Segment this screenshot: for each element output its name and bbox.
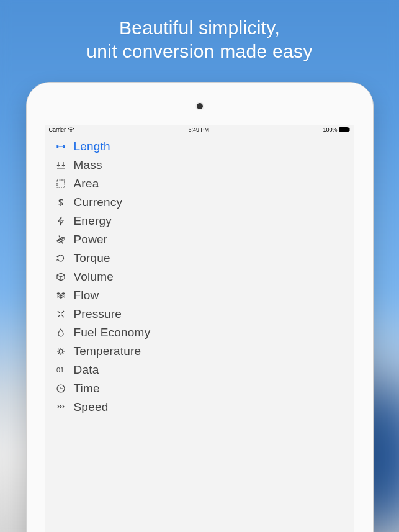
category-label: Energy <box>68 214 112 228</box>
category-item-speed[interactable]: Speed <box>45 398 354 417</box>
svg-rect-3 <box>57 180 65 187</box>
category-label: Torque <box>68 251 110 265</box>
category-label: Temperature <box>68 345 141 358</box>
category-item-currency[interactable]: Currency <box>45 193 354 212</box>
status-bar: Carrier 6:49 PM 100% <box>45 125 354 135</box>
category-item-pressure[interactable]: Pressure <box>45 305 354 323</box>
category-list: LengthMassAreaCurrencyEnergyPowerTorqueV… <box>45 137 354 417</box>
promo-line-1: Beautiful simplicity, <box>0 16 399 40</box>
category-label: Pressure <box>68 307 122 321</box>
category-item-volume[interactable]: Volume <box>45 268 354 286</box>
battery-icon <box>339 127 350 132</box>
category-item-time[interactable]: Time <box>45 379 354 398</box>
category-label: Fuel Economy <box>68 326 151 340</box>
speed-icon <box>54 402 68 412</box>
battery-percent: 100% <box>323 127 337 133</box>
category-label: Time <box>68 382 100 395</box>
category-item-temperature[interactable]: Temperature <box>45 342 354 361</box>
svg-text:01: 01 <box>56 366 64 374</box>
category-item-energy[interactable]: Energy <box>45 212 354 230</box>
promo-headline: Beautiful simplicity, unit conversion ma… <box>0 0 399 63</box>
time-icon <box>54 384 68 394</box>
category-item-mass[interactable]: Mass <box>45 156 354 174</box>
power-icon <box>54 235 68 245</box>
area-icon <box>54 179 68 189</box>
category-item-fuel-economy[interactable]: Fuel Economy <box>45 323 354 342</box>
device-screen: Carrier 6:49 PM 100% LengthMassAreaCurre… <box>45 125 354 532</box>
currency-icon <box>54 197 68 207</box>
flow-icon <box>54 291 68 300</box>
camera-dot <box>197 103 203 109</box>
torque-icon <box>54 253 68 263</box>
category-label: Mass <box>68 158 102 172</box>
category-label: Volume <box>68 270 114 284</box>
category-item-power[interactable]: Power <box>45 230 354 249</box>
category-item-length[interactable]: Length <box>45 137 354 156</box>
category-label: Speed <box>68 400 109 414</box>
volume-icon <box>54 272 68 282</box>
svg-rect-1 <box>339 128 349 132</box>
data-icon: 01 <box>54 365 68 375</box>
fuel-icon <box>54 328 68 338</box>
app-body: LengthMassAreaCurrencyEnergyPowerTorqueV… <box>45 135 354 417</box>
category-label: Power <box>68 233 108 246</box>
category-label: Data <box>68 363 99 377</box>
energy-icon <box>54 216 68 226</box>
wifi-icon <box>68 127 74 132</box>
category-item-torque[interactable]: Torque <box>45 249 354 268</box>
length-icon <box>54 142 68 151</box>
svg-rect-2 <box>349 128 350 131</box>
category-item-data[interactable]: 01Data <box>45 361 354 379</box>
mass-icon <box>54 160 68 170</box>
ipad-frame: Carrier 6:49 PM 100% LengthMassAreaCurre… <box>26 82 374 532</box>
temperature-icon <box>54 346 68 356</box>
carrier-label: Carrier <box>49 127 66 133</box>
category-label: Currency <box>68 196 123 209</box>
category-label: Length <box>68 140 110 153</box>
pressure-icon <box>54 309 68 319</box>
svg-point-5 <box>59 349 63 353</box>
svg-point-0 <box>71 131 72 132</box>
category-label: Area <box>68 177 99 191</box>
category-label: Flow <box>68 289 99 302</box>
category-item-flow[interactable]: Flow <box>45 286 354 305</box>
clock: 6:49 PM <box>188 127 209 133</box>
category-item-area[interactable]: Area <box>45 174 354 193</box>
promo-line-2: unit conversion made easy <box>0 40 399 63</box>
